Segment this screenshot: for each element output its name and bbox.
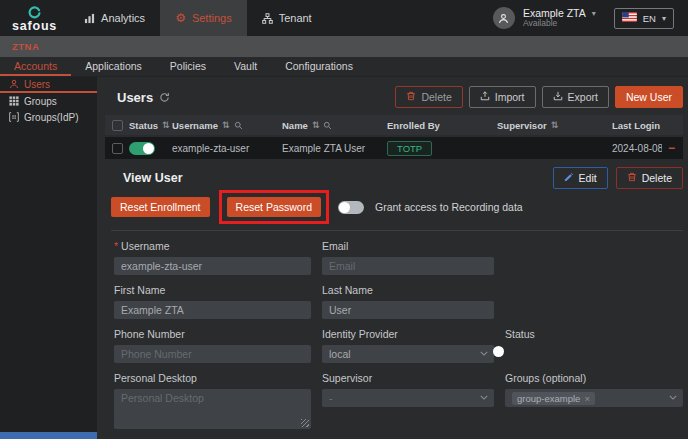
personal-desktop-field[interactable] [114, 389, 311, 429]
sort-icon[interactable]: ⇅ [551, 120, 559, 130]
refresh-icon[interactable] [159, 92, 170, 103]
recording-access-toggle[interactable] [338, 201, 364, 214]
logo-text: safous [12, 21, 57, 31]
topbar-right: Example ZTA ▾ Available EN ▾ [493, 0, 688, 36]
resize-grip[interactable] [301, 419, 309, 427]
table-row[interactable]: example-zta-user Example ZTA User TOTP 2… [105, 137, 683, 159]
users-table: Status⇅ Username⇅ Name⇅ Enrolled By Supe… [105, 115, 683, 159]
group-tag: group-example × [512, 392, 595, 405]
reset-password-button[interactable]: Reset Password [227, 197, 321, 217]
pencil-icon [564, 172, 574, 184]
username-label: *Username [114, 240, 311, 252]
sidebar-item-users[interactable]: Users [0, 77, 97, 93]
avatar[interactable] [493, 7, 515, 29]
column-username[interactable]: Username⇅ [170, 120, 280, 131]
nav-label: Settings [192, 12, 232, 24]
sidebar-item-label: Groups [24, 96, 57, 107]
user-menu[interactable]: Example ZTA ▾ Available [523, 7, 596, 29]
column-supervisor[interactable]: Supervisor⇅ [495, 120, 610, 131]
table-header: Status⇅ Username⇅ Name⇅ Enrolled By Supe… [105, 115, 683, 135]
user-icon [9, 79, 19, 89]
gear-icon: ⚙ [175, 12, 186, 24]
grid-brackets-icon [9, 112, 19, 122]
column-enrolled-by[interactable]: Enrolled By [385, 120, 495, 131]
main-nav: Analytics ⚙ Settings Tenant [69, 0, 327, 36]
sidebar-item-groups[interactable]: Groups [0, 93, 97, 109]
edit-button[interactable]: Edit [553, 167, 608, 189]
personal-desktop-label: Personal Desktop [114, 372, 311, 384]
supervisor-select[interactable]: - [322, 389, 494, 407]
remove-tag-icon[interactable]: × [584, 393, 590, 404]
tab-accounts[interactable]: Accounts [0, 57, 71, 76]
download-icon [553, 91, 563, 103]
identity-provider-select[interactable]: local [322, 345, 494, 363]
tab-configurations[interactable]: Configurations [271, 57, 367, 76]
first-name-field[interactable] [114, 301, 311, 319]
trash-icon [627, 172, 637, 184]
row-last-login: 2024-08-08 [610, 143, 662, 154]
view-user-panel: View User Edit Delete [97, 159, 688, 439]
language-select[interactable]: EN ▾ [614, 8, 674, 29]
sidebar-bottom-bar [0, 432, 97, 439]
main-content: Users Delete [97, 77, 688, 439]
sort-icon[interactable]: ⇅ [312, 120, 320, 130]
nav-label: Tenant [279, 12, 312, 24]
row-status-toggle[interactable] [129, 142, 155, 155]
column-last-login[interactable]: Last Login⇅ [610, 120, 662, 131]
import-button[interactable]: Import [469, 86, 536, 108]
chevron-down-icon [669, 395, 677, 400]
users-toolbar: Delete Import Export New User [395, 86, 683, 108]
first-name-label: First Name [114, 284, 311, 296]
top-navbar: safous Analytics ⚙ Settings Tenant [0, 0, 688, 36]
sidebar-item-label: Groups(IdP) [24, 112, 78, 123]
sidebar-item-label: Users [24, 79, 50, 90]
phone-number-field[interactable] [114, 345, 311, 363]
collapse-row-icon[interactable]: − [668, 141, 675, 155]
tab-vault[interactable]: Vault [220, 57, 271, 76]
app-window: safous Analytics ⚙ Settings Tenant [0, 0, 688, 439]
reset-enrollment-button[interactable]: Reset Enrollment [111, 197, 210, 217]
email-field[interactable] [322, 257, 494, 275]
user-status: Available [523, 19, 596, 29]
sidebar-item-groups-idp[interactable]: Groups(IdP) [0, 109, 97, 125]
row-username: example-zta-user [170, 143, 280, 154]
column-status[interactable]: Status⇅ [127, 120, 170, 131]
chevron-down-icon: ▾ [592, 9, 596, 18]
status-label: Status [505, 328, 683, 340]
us-flag-icon [622, 12, 637, 24]
tab-policies[interactable]: Policies [156, 57, 220, 76]
nav-item-tenant[interactable]: Tenant [247, 0, 327, 36]
groups-label: Groups (optional) [505, 372, 683, 384]
delete-button[interactable]: Delete [395, 86, 462, 108]
language-code: EN [643, 13, 656, 24]
section-tabs: Accounts Applications Policies Vault Con… [0, 57, 688, 77]
chevron-down-icon [480, 395, 488, 400]
annotation-highlight: Reset Password [219, 190, 329, 224]
select-all-checkbox[interactable] [112, 120, 123, 131]
sort-icon[interactable]: ⇅ [162, 120, 170, 130]
search-icon[interactable] [323, 121, 332, 130]
tab-applications[interactable]: Applications [71, 57, 156, 76]
safous-logo[interactable]: safous [0, 0, 69, 36]
chevron-down-icon [480, 351, 488, 356]
email-label: Email [322, 240, 494, 252]
module-label: ZTNA [12, 41, 39, 52]
nav-item-settings[interactable]: ⚙ Settings [160, 0, 247, 36]
export-button[interactable]: Export [542, 86, 609, 108]
new-user-button[interactable]: New User [615, 86, 683, 108]
page-title: Users [117, 90, 170, 105]
nav-label: Analytics [101, 12, 145, 24]
groups-select[interactable]: group-example × [505, 389, 683, 407]
sort-icon[interactable]: ⇅ [222, 120, 230, 130]
row-name: Example ZTA User [280, 143, 385, 154]
trash-icon [406, 91, 416, 103]
row-checkbox[interactable] [112, 143, 123, 154]
sidebar: Users Groups Groups(IdP) [0, 77, 97, 439]
username-field[interactable] [114, 257, 311, 275]
last-name-field[interactable] [322, 301, 494, 319]
nav-item-analytics[interactable]: Analytics [69, 0, 160, 36]
last-name-label: Last Name [322, 284, 494, 296]
delete-user-button[interactable]: Delete [616, 167, 683, 189]
search-icon[interactable] [234, 121, 243, 130]
column-name[interactable]: Name⇅ [280, 120, 385, 131]
